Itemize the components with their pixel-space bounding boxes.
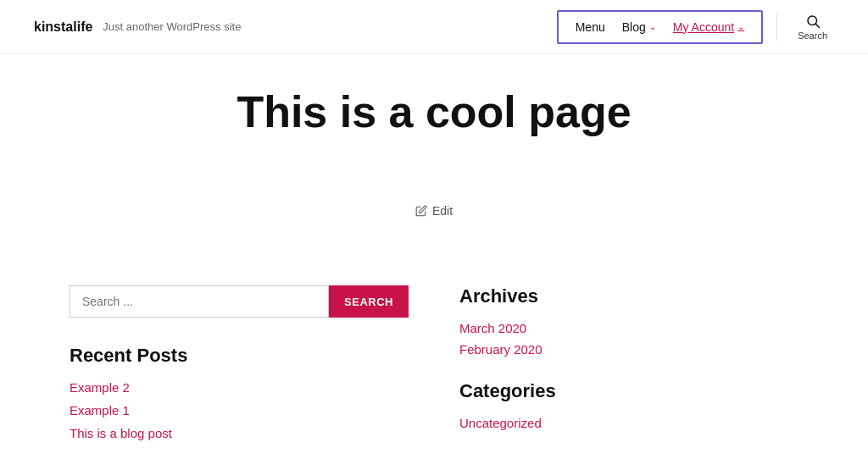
list-item: Example 2 <box>70 380 409 395</box>
search-icon <box>805 14 821 29</box>
search-bar: SEARCH <box>70 285 409 318</box>
list-item: Example 1 <box>70 403 409 418</box>
search-input[interactable] <box>70 285 329 318</box>
header-left: kinstalife Just another WordPress site <box>34 19 241 35</box>
site-title: kinstalife <box>34 19 92 35</box>
recent-post-link[interactable]: This is a blog post <box>70 426 172 440</box>
search-button[interactable]: SEARCH <box>329 285 409 318</box>
archive-link[interactable]: March 2020 <box>459 321 526 335</box>
recent-posts-heading: Recent Posts <box>70 345 409 367</box>
page-title: This is a cool page <box>70 88 798 136</box>
nav-divider <box>776 14 777 41</box>
edit-link[interactable]: Edit <box>70 204 798 218</box>
recent-post-link[interactable]: Example 1 <box>70 403 130 418</box>
categories-heading: Categories <box>459 380 798 402</box>
list-item: February 2020 <box>459 342 798 357</box>
nav-menu-item[interactable]: Menu <box>569 17 612 37</box>
svg-line-1 <box>815 24 819 27</box>
site-header: kinstalife Just another WordPress site M… <box>0 0 868 54</box>
blog-chevron-icon: ⌄ <box>649 22 656 31</box>
archive-list: March 2020 February 2020 <box>459 321 798 357</box>
site-tagline: Just another WordPress site <box>103 20 241 33</box>
header-right: Menu Blog ⌄ My Account ⌄ Search <box>557 10 834 44</box>
main-content: This is a cool page Edit SEARCH Recent P… <box>53 54 815 459</box>
nav-myaccount-item[interactable]: My Account ⌄ <box>666 17 751 37</box>
list-item: This is a blog post <box>70 426 409 440</box>
archives-heading: Archives <box>459 285 798 307</box>
list-item: March 2020 <box>459 321 798 335</box>
categories-list: Uncategorized <box>459 416 798 430</box>
edit-icon <box>415 205 427 217</box>
recent-posts-list: Example 2 Example 1 This is a blog post <box>70 380 409 440</box>
search-icon-button[interactable]: Search <box>791 10 834 44</box>
widget-left: SEARCH Recent Posts Example 2 Example 1 … <box>70 285 409 440</box>
archive-link[interactable]: February 2020 <box>459 342 542 357</box>
edit-label: Edit <box>432 204 453 218</box>
category-link[interactable]: Uncategorized <box>459 416 542 430</box>
search-label: Search <box>798 30 827 41</box>
widgets-row: SEARCH Recent Posts Example 2 Example 1 … <box>70 268 798 440</box>
nav-blog-item[interactable]: Blog ⌄ <box>615 17 663 37</box>
nav-menu: Menu Blog ⌄ My Account ⌄ <box>557 10 763 44</box>
list-item: Uncategorized <box>459 416 798 430</box>
myaccount-chevron-icon: ⌄ <box>737 22 744 31</box>
recent-post-link[interactable]: Example 2 <box>70 380 130 395</box>
widget-right: Archives March 2020 February 2020 Catego… <box>459 285 798 430</box>
